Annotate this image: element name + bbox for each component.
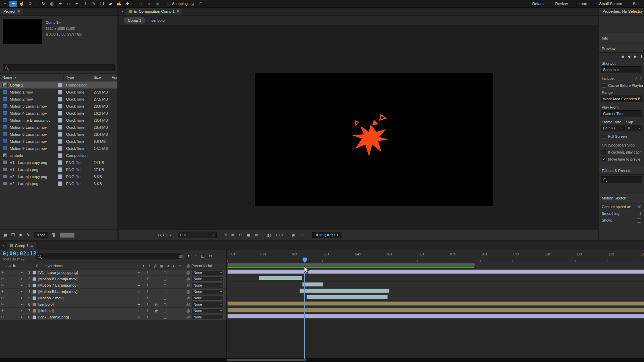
anchor-switch-icon[interactable]: ✛ (135, 277, 143, 281)
project-search-input[interactable] (3, 64, 115, 71)
project-item-row[interactable]: Motion 4 Laranja.movQuickTime16,2 MB (0, 110, 117, 117)
previous-frame-icon[interactable]: ◀| (627, 55, 630, 58)
expand-chevron-icon[interactable]: ▶ (19, 290, 24, 293)
workspace-sta[interactable]: Sta (633, 2, 639, 6)
type-tool[interactable]: T (82, 1, 89, 7)
project-item-row[interactable]: Motion 2.movQuickTime27,5 MB (0, 96, 117, 103)
anchor-switch-icon[interactable]: ✛ (135, 290, 143, 294)
project-item-row[interactable]: V2 - Laranja copy.pngPNG file8 KB (0, 173, 117, 180)
camera-view-icon[interactable]: ⊕ (255, 233, 258, 237)
breadcrumb-current[interactable]: simbolo (151, 18, 165, 22)
label-color-chip[interactable] (58, 118, 62, 123)
anchor-switch-icon[interactable]: ✛ (135, 296, 143, 300)
collapse-switch-icon[interactable]: ✦ (141, 264, 147, 268)
snap-edges-tool[interactable]: ◢ (189, 1, 197, 7)
label-color-chip[interactable] (58, 146, 62, 151)
layer-color-chip[interactable] (33, 315, 36, 319)
shortcut-dropdown[interactable]: Spacebar (601, 66, 642, 73)
timeline-layer-row[interactable]: ☉▶4[Motion 5 Laranja.mov]✛\◫@None▾ (0, 289, 226, 295)
label-color-chip[interactable] (58, 104, 62, 109)
layer-duration-bar[interactable] (227, 301, 644, 306)
visibility-eye-icon[interactable]: ☉ (0, 290, 5, 293)
timeline-layer-row[interactable]: ☉▶7[simbolo]✛\fx◫@None▾ (0, 308, 226, 314)
mask-visibility-icon[interactable]: ⊠ (231, 233, 234, 237)
project-item-row[interactable]: simboloComposition (0, 152, 117, 159)
project-tab[interactable]: Project ≡ (0, 7, 23, 15)
frame-blend-switch-icon[interactable]: ◫ (161, 303, 169, 306)
column-name[interactable]: Name▲ (0, 74, 56, 81)
composition-tab[interactable]: Composition Comp 1 ≡ (126, 7, 182, 15)
project-item-row[interactable]: Comp 1Composition (0, 81, 117, 88)
close-icon[interactable]: × (0, 244, 7, 248)
work-area-bar[interactable] (227, 263, 475, 267)
motion-blur-icon[interactable]: ⊘ (209, 254, 212, 258)
breadcrumb-comp-button[interactable]: Comp 1 (124, 17, 145, 23)
range-dropdown[interactable]: Work Area Extended B (601, 96, 642, 102)
label-color-chip[interactable] (58, 97, 62, 102)
color-management-icon[interactable]: ◧ (267, 233, 271, 237)
skip-dropdown[interactable]: 0▾ (626, 125, 642, 131)
move-time-checkbox[interactable]: ✓ (602, 157, 606, 161)
orbit-tool[interactable]: ↻ (40, 1, 47, 7)
layer-duration-bar[interactable] (227, 269, 644, 274)
project-item-row[interactable]: Motion 7 Laranja.movQuickTime9,6 MB (0, 138, 117, 145)
quality-switch-icon[interactable]: \ (143, 303, 152, 306)
project-item-row[interactable]: Motion 5 Laranja.movQuickTime28,4 MB (0, 124, 117, 131)
resolution-dropdown[interactable]: Full ▾ (178, 232, 217, 238)
layer-duration-bar[interactable] (300, 289, 389, 293)
layer-color-chip[interactable] (33, 303, 36, 306)
motion-blur-switch-icon[interactable]: ⊘ (165, 264, 171, 268)
video-eye-icon[interactable]: ☉ (634, 76, 637, 80)
zoom-control[interactable]: 33,3 % ▾ (157, 233, 171, 237)
horizontal-scrollbar[interactable] (227, 359, 306, 361)
column-layer-name[interactable]: Layer Name (44, 264, 135, 268)
visibility-eye-icon[interactable]: ☉ (0, 284, 5, 287)
quality-switch-icon[interactable]: \ (143, 296, 152, 300)
color-depth-button[interactable]: 8 bpc (34, 232, 48, 238)
label-color-chip[interactable] (58, 160, 62, 165)
effects-presets-header[interactable]: Effects & Presets (599, 167, 644, 175)
anchor-switch-icon[interactable]: ✛ (135, 315, 143, 319)
layer-color-chip[interactable] (33, 309, 36, 313)
lock-icon[interactable] (134, 11, 137, 13)
shape-tool[interactable]: □ (65, 1, 72, 7)
new-folder-icon[interactable]: ❐ (11, 233, 15, 237)
new-composition-icon[interactable]: ▣ (19, 233, 22, 237)
quality-switch-icon[interactable]: \ (147, 264, 153, 268)
close-icon[interactable]: × (119, 9, 126, 13)
frame-blend-switch-icon[interactable]: ◫ (161, 277, 169, 281)
project-item-row[interactable]: V1 - Laranja.pngPNG file27 KB (0, 166, 117, 173)
project-item-row[interactable]: Motion 6 Laranja.movQuickTime28,4 MB (0, 131, 117, 138)
expand-chevron-icon[interactable]: ▶ (19, 278, 24, 280)
quality-switch-icon[interactable]: \ (143, 284, 152, 287)
timeline-layer-row[interactable]: ☉▶3[Motion 7 Laranja.mov]✛\◫@None▾ (0, 282, 226, 289)
exposure-value[interactable]: +0,0 (275, 233, 283, 237)
effects-search-input[interactable] (601, 176, 642, 183)
selection-tool[interactable]: ➤ (9, 1, 17, 7)
parent-link-dropdown[interactable]: None▾ (192, 277, 224, 282)
choose-grid-icon[interactable]: ⊞ (223, 233, 227, 237)
label-color-chip[interactable] (58, 125, 62, 130)
timeline-layer-row[interactable]: ☉▶1[V1 - Laranja copy.png]✛\◫@None▾ (0, 269, 226, 276)
layer-duration-bar[interactable] (302, 282, 323, 287)
label-color-chip[interactable] (58, 181, 62, 186)
snap-features-tool[interactable]: ⊞ (197, 1, 205, 7)
parent-pickwhip-icon[interactable]: @ (185, 309, 192, 313)
layer-duration-bar[interactable] (227, 314, 644, 318)
panel-menu-icon[interactable]: ≡ (17, 9, 20, 14)
expand-chevron-icon[interactable]: ▶ (19, 271, 24, 274)
visibility-eye-icon[interactable]: ☉ (0, 303, 5, 306)
column-size[interactable]: Size (91, 74, 109, 81)
current-time-display[interactable]: 0;00;02;13 (312, 232, 341, 238)
brush-tool[interactable]: ✎ (90, 1, 98, 7)
visibility-eye-icon[interactable]: ☉ (0, 315, 5, 319)
eraser-tool[interactable]: ▰ (107, 1, 114, 7)
timeline-search-input[interactable] (36, 253, 180, 259)
project-item-row[interactable]: Motion 1.movQuickTime27,9 MB (0, 88, 117, 96)
pause-icon[interactable]: ▮ (640, 55, 642, 58)
clone-stamp-tool[interactable]: ❏ (98, 1, 106, 7)
label-color-chip[interactable] (58, 174, 62, 179)
project-item-row[interactable]: V1 - Laranja copy.pngPNG file24 KB (0, 159, 117, 166)
label-color-chip[interactable] (58, 83, 62, 87)
quality-switch-icon[interactable]: \ (143, 277, 152, 281)
